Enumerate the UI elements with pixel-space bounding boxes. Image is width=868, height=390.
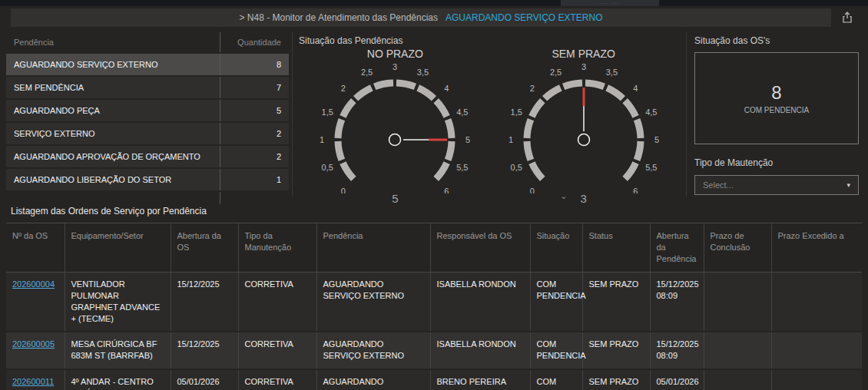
- os-table-cell: ISABELLA RONDON: [430, 332, 530, 369]
- pendencia-row-label: AGUARDANDO SERVIÇO EXTERNO: [6, 54, 220, 75]
- scroll-down-indicator[interactable]: ⌄: [560, 193, 567, 199]
- os-table-cell: [704, 369, 771, 390]
- os-table-cell: 202600011: [6, 369, 65, 390]
- os-table: Nº da OSEquipamento/SetorAbertura da OST…: [6, 223, 862, 390]
- svg-text:5: 5: [654, 135, 659, 144]
- os-table-cell: AGUARDANDO SERVIÇO EXTERNO: [316, 272, 430, 332]
- svg-text:3: 3: [393, 62, 397, 71]
- os-number-link[interactable]: 202600005: [12, 339, 55, 349]
- drag-handle[interactable]: ··· ···: [561, 0, 659, 6]
- pendencia-row-qty: 7: [220, 77, 289, 98]
- pendencia-row-qty: 1: [220, 169, 289, 190]
- os-table-cell: SEM PRAZO: [582, 272, 650, 332]
- os-table-cell: [704, 272, 771, 332]
- os-table-cell: CORRETIVA: [238, 369, 316, 390]
- os-table-cell: [771, 369, 862, 390]
- export-button[interactable]: [831, 8, 863, 27]
- gauges-row: NO PRAZO00,511,522,533,544,555,565SEM PR…: [299, 48, 680, 205]
- os-table-cell: 15/12/2025 08:09: [650, 332, 704, 369]
- os-table-cell: COM PENDENCIA: [530, 369, 582, 390]
- os-table-cell: CORRETIVA: [238, 332, 316, 369]
- svg-text:0: 0: [529, 187, 534, 193]
- os-column-header[interactable]: Prazo Excedido a: [771, 223, 862, 272]
- maintenance-filter-label: Tipo de Mautenção: [694, 157, 859, 168]
- select-placeholder: Select...: [703, 180, 734, 190]
- gauges-panel-title: Situação das Pendências: [299, 35, 680, 46]
- svg-text:5: 5: [465, 135, 470, 144]
- os-number-link[interactable]: 202600004: [12, 279, 55, 289]
- pendencia-row[interactable]: AGUARDANDO APROVAÇÃO DE ORÇAMENTO2: [6, 146, 289, 167]
- os-table-cell: [771, 332, 862, 369]
- pendencia-row-label: AGUARDANDO PEÇA: [6, 100, 220, 121]
- os-status-card[interactable]: 8 COM PENDENCIA: [694, 52, 859, 144]
- os-table-cell: CORRETIVA: [238, 272, 316, 332]
- os-table-header-row: Nº da OSEquipamento/SetorAbertura da OST…: [6, 223, 862, 272]
- maintenance-type-select[interactable]: Select... ▾: [694, 175, 859, 195]
- svg-text:3,5: 3,5: [417, 68, 429, 77]
- pendencia-row[interactable]: SEM PENDÊNCIA7: [6, 77, 289, 98]
- svg-text:3,5: 3,5: [605, 68, 617, 77]
- svg-text:4: 4: [633, 84, 638, 93]
- right-panel: Situação das OS's 8 COM PENDENCIA Tipo d…: [687, 32, 862, 197]
- os-column-header[interactable]: Status: [582, 223, 650, 272]
- os-table-cell: AGUARDANDO SERVIÇO EXTERNO: [316, 369, 430, 390]
- gauge-no-prazo[interactable]: NO PRAZO00,511,522,533,544,555,565: [303, 48, 487, 205]
- svg-text:4: 4: [444, 84, 449, 93]
- pendencia-table-header: Pendência Quantidade: [6, 32, 289, 52]
- gauge-value: 5: [303, 192, 487, 205]
- pendencia-row[interactable]: AGUARDANDO PEÇA5: [6, 100, 289, 121]
- pendencia-row-qty: 8: [220, 54, 289, 75]
- svg-text:4,5: 4,5: [456, 107, 468, 117]
- svg-text:0: 0: [341, 187, 346, 193]
- svg-text:6: 6: [444, 187, 449, 193]
- os-table-cell: [771, 272, 862, 332]
- os-table-cell: 202600004: [6, 272, 65, 332]
- svg-text:1: 1: [320, 135, 324, 144]
- active-filter-value[interactable]: AGUARDANDO SERVIÇO EXTERNO: [446, 12, 602, 23]
- pendencia-rows: AGUARDANDO SERVIÇO EXTERNO8SEM PENDÊNCIA…: [6, 52, 289, 190]
- os-column-header[interactable]: Prazo de Conclusão: [704, 223, 771, 272]
- os-column-header[interactable]: Equipamento/Setor: [65, 223, 171, 272]
- svg-text:0,5: 0,5: [510, 163, 522, 172]
- pendencia-row-qty: 2: [220, 123, 289, 144]
- os-table-cell: 202600005: [6, 332, 65, 369]
- os-table-cell: ISABELLA RONDON: [430, 272, 530, 332]
- gauge-value: 3: [492, 192, 676, 205]
- os-column-header[interactable]: Tipo da Manutenção: [238, 223, 316, 272]
- svg-text:5,5: 5,5: [456, 163, 468, 172]
- os-number-link[interactable]: 202600011: [12, 377, 54, 386]
- os-table-cell: 05/01/2026 08:26: [650, 369, 704, 390]
- pendencia-row[interactable]: AGUARDANDO SERVIÇO EXTERNO8: [6, 54, 289, 75]
- pendencia-column-header[interactable]: Pendência: [6, 32, 220, 52]
- quantidade-column-header[interactable]: Quantidade: [220, 32, 289, 52]
- svg-text:5,5: 5,5: [645, 163, 657, 172]
- os-table-cell: 15/12/2025 08:09: [650, 272, 704, 332]
- svg-text:2,5: 2,5: [361, 68, 373, 77]
- pendencia-row[interactable]: AGUARDANDO LIBERAÇÃO DO SETOR1: [6, 169, 289, 190]
- os-column-header[interactable]: Pendência: [316, 223, 430, 272]
- svg-text:0,5: 0,5: [322, 163, 333, 172]
- pendencia-row-label: SEM PENDÊNCIA: [6, 77, 220, 98]
- os-column-header[interactable]: Abertura da Pendência: [650, 223, 704, 272]
- os-table-cell: SEM PRAZO: [582, 369, 650, 390]
- gauges-panel: Situação das Pendências NO PRAZO00,511,5…: [292, 32, 687, 197]
- svg-text:1: 1: [509, 135, 513, 144]
- os-list-section: Listagem das Ordens de Serviço por Pendê…: [6, 203, 862, 390]
- os-column-header[interactable]: Abertura da OS: [171, 223, 238, 272]
- pendencia-row-label: AGUARDANDO LIBERAÇÃO DO SETOR: [6, 169, 220, 190]
- os-status-title: Situação das OS's: [694, 35, 859, 46]
- gauge-sem-prazo[interactable]: SEM PRAZO00,511,522,533,544,555,563: [492, 48, 676, 205]
- pendencia-row-label: AGUARDANDO APROVAÇÃO DE ORÇAMENTO: [6, 146, 220, 167]
- os-table-row: 2026000114º ANDAR - CENTRO CIRÚRGICO ESP…: [6, 369, 862, 390]
- svg-text:1,5: 1,5: [510, 107, 522, 117]
- pendencia-row[interactable]: SERVIÇO EXTERNO2: [6, 123, 289, 144]
- os-column-header[interactable]: Responsável da OS: [430, 223, 530, 272]
- title-bar: > N48 - Monitor de Atendimento das Pendê…: [11, 8, 831, 27]
- svg-text:2,5: 2,5: [550, 68, 562, 77]
- os-table-cell: 15/12/2025: [171, 272, 238, 332]
- os-column-header[interactable]: Nº da OS: [6, 223, 65, 272]
- os-table-cell: 15/12/2025: [171, 332, 238, 369]
- svg-text:1,5: 1,5: [322, 107, 333, 117]
- os-column-header[interactable]: Situação: [530, 223, 582, 272]
- grip-dots-icon: ··· ···: [599, 2, 621, 5]
